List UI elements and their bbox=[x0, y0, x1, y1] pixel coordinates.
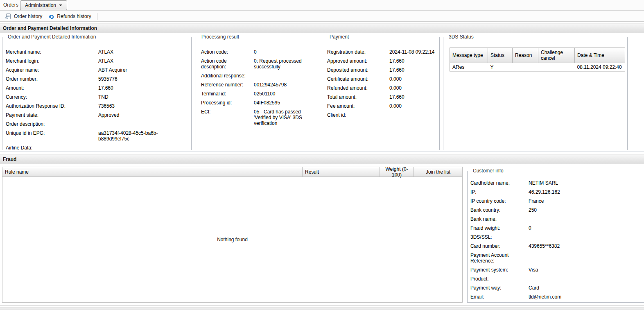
processing-result-legend: Processing result bbox=[199, 34, 241, 40]
column-header-date-time[interactable]: Date & Time bbox=[575, 48, 625, 63]
field-label: IP country code: bbox=[470, 198, 529, 204]
column-header-rule-name[interactable]: Rule name bbox=[2, 167, 303, 176]
toolbar: Order history Refunds history bbox=[0, 11, 644, 22]
field-label: Currency: bbox=[6, 94, 98, 100]
field-label: IP: bbox=[470, 189, 529, 195]
field-value bbox=[98, 121, 189, 127]
field-row: Payment system: Visa bbox=[470, 267, 642, 273]
column-header-message-type[interactable]: Message type bbox=[450, 48, 488, 63]
order-history-button[interactable]: Order history bbox=[2, 12, 45, 21]
tab-administration[interactable]: Administration bbox=[20, 0, 67, 10]
field-value: 0 bbox=[529, 225, 642, 231]
three-ds-status-legend: 3DS Status bbox=[447, 34, 476, 40]
field-value: NETIM SARL bbox=[529, 180, 642, 186]
field-row: Order number: 5935776 bbox=[6, 76, 189, 82]
toolbar-separator bbox=[97, 13, 97, 20]
field-label: Order number: bbox=[6, 76, 98, 82]
field-label: Merchant login: bbox=[6, 58, 98, 64]
field-row: Acquirer name: ABT Acquirer bbox=[6, 67, 189, 73]
refunds-history-label: Refunds history bbox=[57, 14, 91, 19]
field-label: Amount: bbox=[6, 85, 98, 91]
field-row: ECI: 05 - Card has passed 'Verified by V… bbox=[201, 109, 315, 126]
field-row: Refunded amount: 0.000 bbox=[327, 85, 437, 91]
field-label: Cardholder name: bbox=[470, 180, 529, 186]
field-row: Airline Data: bbox=[6, 145, 189, 151]
field-row: Action code: 0 bbox=[201, 49, 315, 55]
field-label: Total amount: bbox=[327, 94, 389, 100]
order-payment-section-title: Order and Payment Detailed Information bbox=[3, 25, 97, 31]
field-label: Unique id in EPG: bbox=[6, 130, 98, 142]
field-value: 17.660 bbox=[389, 94, 437, 100]
field-row: Fraud weight: 0 bbox=[470, 225, 642, 231]
refunds-history-button[interactable]: Refunds history bbox=[45, 12, 94, 21]
order-payment-section-header: Order and Payment Detailed Information bbox=[0, 23, 644, 33]
field-value: 001294245798 bbox=[254, 82, 315, 88]
field-label: Payment way: bbox=[470, 285, 529, 291]
field-row: Client id: bbox=[327, 112, 437, 118]
order-history-icon bbox=[5, 13, 11, 20]
field-value: 17.660 bbox=[98, 85, 189, 91]
field-label: Registration date: bbox=[327, 49, 389, 55]
field-row: Fee amount: 0.000 bbox=[327, 103, 437, 109]
field-value: 02501100 bbox=[254, 91, 315, 97]
field-row: Additional response: bbox=[201, 73, 315, 79]
field-row: Bank name: bbox=[470, 216, 642, 222]
column-header-result[interactable]: Result bbox=[303, 167, 380, 176]
column-header-weight[interactable]: Weight (0-100) bbox=[380, 167, 414, 176]
field-row: Amount: 17.660 bbox=[6, 85, 189, 91]
field-value: ATLAX bbox=[98, 49, 189, 55]
field-value: Visa bbox=[529, 267, 642, 273]
field-value: ABT Acquirer bbox=[98, 67, 189, 73]
field-row: Payment Account Reference: bbox=[470, 252, 642, 264]
field-value: 0: Request processed successfully bbox=[254, 58, 315, 70]
field-row: Email: tld@netim.com bbox=[470, 294, 642, 300]
panels-divider bbox=[0, 152, 644, 152]
field-value bbox=[529, 252, 642, 264]
field-row: Authorization Response ID: 736563 bbox=[6, 103, 189, 109]
customer-info-rows: Cardholder name: NETIM SARL IP: 46.29.12… bbox=[470, 180, 642, 300]
field-row: Cardholder name: NETIM SARL bbox=[470, 180, 642, 186]
column-header-reason[interactable]: Reason bbox=[513, 48, 538, 63]
field-value: France bbox=[529, 198, 642, 204]
field-label: Bank name: bbox=[470, 216, 529, 222]
field-label: Payment system: bbox=[470, 267, 529, 273]
field-value: 439655**6382 bbox=[529, 243, 642, 249]
field-label: 3DS/SSL: bbox=[470, 234, 529, 240]
field-row: IP country code: France bbox=[470, 198, 642, 204]
column-header-challenge-cancel[interactable]: Challenge cancel bbox=[538, 48, 575, 63]
field-row: Product: bbox=[470, 276, 642, 282]
three-ds-header-row: Message type Status Reason Challenge can… bbox=[450, 48, 625, 63]
field-row: Reference number: 001294245798 bbox=[201, 82, 315, 88]
field-value bbox=[529, 216, 642, 222]
order-info-legend: Order and Payment Detailed Information bbox=[6, 34, 98, 40]
tab-administration-label: Administration bbox=[25, 2, 56, 8]
field-value bbox=[389, 112, 437, 118]
field-label: Reference number: bbox=[201, 82, 254, 88]
customer-info-panel: Customer info Cardholder name: NETIM SAR… bbox=[467, 171, 644, 303]
field-label: Fee amount: bbox=[327, 103, 389, 109]
field-row: Merchant name: ATLAX bbox=[6, 49, 189, 55]
fraud-section-header: Fraud bbox=[0, 154, 644, 164]
field-value: 17.660 bbox=[389, 58, 437, 64]
field-label: Deposited amount: bbox=[327, 67, 389, 73]
field-row: Deposited amount: 17.660 bbox=[327, 67, 437, 73]
field-label: Approved amount: bbox=[327, 58, 389, 64]
table-row[interactable]: ARes Y 08.11.2024 09:22:40 bbox=[450, 63, 625, 72]
field-label: Card number: bbox=[470, 243, 529, 249]
field-row: Bank country: 250 bbox=[470, 207, 642, 213]
field-row: Action code description: 0: Request proc… bbox=[201, 58, 315, 70]
field-row: Payment way: Card bbox=[470, 285, 642, 291]
bottom-divider bbox=[0, 305, 644, 306]
order-info-panel: Order and Payment Detailed Information M… bbox=[2, 37, 192, 150]
field-label: Acquirer name: bbox=[6, 67, 98, 73]
field-label: Action code description: bbox=[201, 58, 254, 70]
customer-info-legend: Customer info bbox=[471, 168, 506, 174]
column-header-status[interactable]: Status bbox=[488, 48, 513, 63]
field-label: Certificate amount: bbox=[327, 76, 389, 82]
tab-orders[interactable]: Orders bbox=[3, 2, 18, 8]
field-value: TND bbox=[98, 94, 189, 100]
field-value: tld@netim.com bbox=[529, 294, 642, 300]
column-header-join-the-list[interactable]: Join the list bbox=[414, 167, 462, 176]
field-value: 736563 bbox=[98, 103, 189, 109]
field-value: 2024-11-08 09:22:14 bbox=[389, 49, 437, 55]
